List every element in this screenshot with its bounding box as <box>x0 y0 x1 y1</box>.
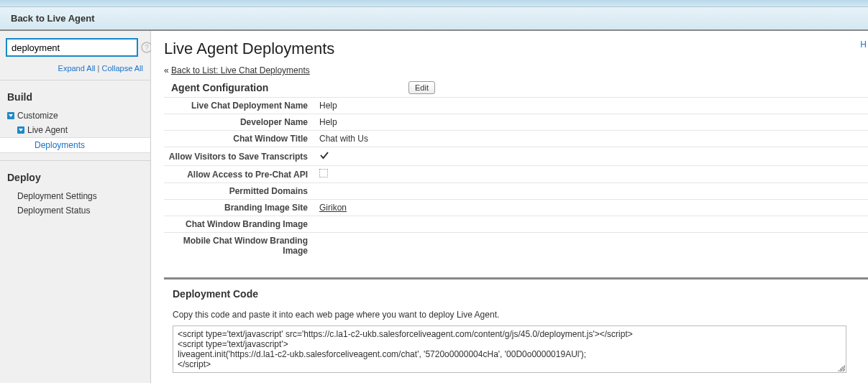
unchecked-icon <box>319 169 328 177</box>
value-mobile-branding-image <box>315 233 868 259</box>
row-chat-window-title: Chat Window Title Chat with Us <box>164 131 868 147</box>
label-chat-branding-image: Chat Window Branding Image <box>164 216 315 233</box>
sidebar-item-customize[interactable]: Customize <box>0 108 150 123</box>
deployment-code-description: Copy this code and paste it into each we… <box>164 310 868 320</box>
row-prechat-api: Allow Access to Pre-Chat API <box>164 166 868 183</box>
row-branding-site: Branding Image Site Girikon <box>164 200 868 216</box>
value-permitted-domains <box>315 183 868 200</box>
label-deployment-name: Live Chat Deployment Name <box>164 98 315 114</box>
value-save-transcripts <box>315 147 868 166</box>
label-developer-name: Developer Name <box>164 114 315 131</box>
config-detail-table: Live Chat Deployment Name Help Developer… <box>164 97 868 259</box>
value-prechat-api <box>315 166 868 183</box>
label-prechat-api: Allow Access to Pre-Chat API <box>164 166 315 183</box>
build-section-header: Build <box>0 80 150 108</box>
deploy-section-header: Deploy <box>0 161 150 189</box>
edit-button[interactable]: Edit <box>408 81 435 94</box>
sidebar-item-live-agent[interactable]: Live Agent <box>0 123 150 137</box>
deployment-code-section: Deployment Code Copy this code and paste… <box>164 277 868 373</box>
svg-text:?: ? <box>145 44 149 52</box>
deployment-code-heading: Deployment Code <box>164 288 868 300</box>
label-mobile-branding-image: Mobile Chat Window Branding Image <box>164 233 315 259</box>
back-to-list-link[interactable]: Back to List: Live Chat Deployments <box>171 65 310 75</box>
row-deployment-name: Live Chat Deployment Name Help <box>164 98 868 114</box>
help-link-partial[interactable]: H <box>860 40 867 50</box>
page-title: Live Agent Deployments <box>164 40 868 58</box>
collapse-all-link[interactable]: Collapse All <box>102 64 143 73</box>
deployment-code-textarea[interactable]: <script type='text/javascript' src='http… <box>173 325 846 373</box>
main-content: H Live Agent Deployments « Back to List:… <box>151 31 868 383</box>
customize-label: Customize <box>17 111 58 121</box>
value-branding-site: Girikon <box>315 200 868 216</box>
live-agent-label: Live Agent <box>27 125 68 135</box>
row-mobile-branding-image: Mobile Chat Window Branding Image <box>164 233 868 259</box>
value-developer-name: Help <box>315 114 868 131</box>
sidebar-item-deployments[interactable]: Deployments <box>0 137 150 153</box>
deployment-status-label: Deployment Status <box>17 205 90 216</box>
agent-configuration-heading: Agent Configuration <box>171 82 408 93</box>
row-save-transcripts: Allow Visitors to Save Transcripts <box>164 147 868 166</box>
sidebar: ? Expand All | Collapse All Build Custom… <box>0 31 151 383</box>
value-chat-window-title: Chat with Us <box>315 131 868 147</box>
label-branding-site: Branding Image Site <box>164 200 315 216</box>
row-permitted-domains: Permitted Domains <box>164 183 868 200</box>
value-deployment-name: Help <box>315 98 868 114</box>
top-accent-bar <box>0 0 868 7</box>
label-chat-window-title: Chat Window Title <box>164 131 315 147</box>
back-to-list-row: « Back to List: Live Chat Deployments <box>164 65 868 75</box>
deployments-label: Deployments <box>35 140 85 150</box>
collapse-arrow-icon <box>17 126 24 134</box>
checkmark-icon <box>319 150 329 160</box>
collapse-arrow-icon <box>7 112 14 119</box>
sidebar-item-deployment-status[interactable]: Deployment Status <box>0 203 150 218</box>
breadcrumb-bar: Back to Live Agent <box>0 7 868 31</box>
sidebar-search-input[interactable] <box>6 38 138 57</box>
value-chat-branding-image <box>315 216 868 233</box>
sidebar-item-deployment-settings[interactable]: Deployment Settings <box>0 189 150 203</box>
label-permitted-domains: Permitted Domains <box>164 183 315 200</box>
label-save-transcripts: Allow Visitors to Save Transcripts <box>164 147 315 166</box>
back-to-live-agent-link[interactable]: Back to Live Agent <box>11 13 95 24</box>
deployment-settings-label: Deployment Settings <box>17 191 97 201</box>
branding-site-link[interactable]: Girikon <box>319 203 347 213</box>
row-developer-name: Developer Name Help <box>164 114 868 131</box>
expand-collapse-row: Expand All | Collapse All <box>0 61 150 80</box>
expand-all-link[interactable]: Expand All <box>58 64 96 73</box>
row-chat-branding-image: Chat Window Branding Image <box>164 216 868 233</box>
